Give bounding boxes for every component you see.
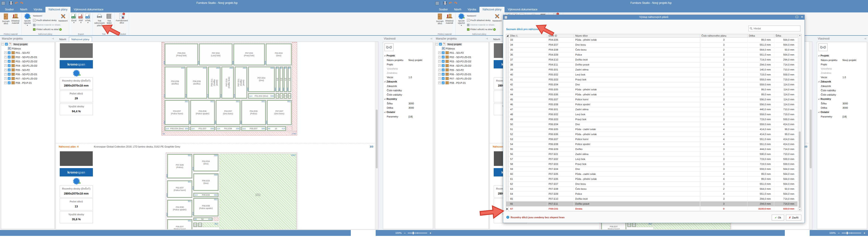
table-row[interactable]: 34P04.E07Dno boxu3551,0 mm564,0 mm [506, 42, 801, 48]
checkbox-checked-icon[interactable]: ✓ [439, 43, 442, 45]
chevron-down-icon[interactable]: ▼ [460, 25, 462, 26]
property-row[interactable]: Popis [817, 62, 867, 66]
scrollbar-thumb[interactable] [376, 110, 378, 168]
tab-vykresova-dokumentace[interactable]: Výkresová dokumentace [504, 7, 540, 12]
property-row[interactable]: Vytvořeno [817, 66, 867, 71]
expand-icon[interactable]: + [438, 64, 441, 67]
checkbox-checked-icon[interactable]: ✓ [467, 19, 470, 22]
property-row[interactable]: Změněno [817, 71, 867, 75]
skladovy-material-button[interactable]: Skladový materiál [445, 13, 454, 25]
property-row[interactable]: Název projektuNový projekt [383, 58, 433, 62]
column-header[interactable]: Dílec č. [509, 34, 547, 37]
zoom-in-button[interactable]: + [864, 231, 865, 235]
column-header[interactable]: Název dílce [574, 34, 700, 37]
expand-icon[interactable]: + [438, 69, 441, 71]
property-group[interactable]: Projekt [383, 53, 433, 58]
tree-item[interactable]: +✓P05 - SO-P2 [435, 68, 489, 72]
property-row[interactable]: Číslo zakázky [817, 92, 867, 97]
pin-icon[interactable]: ⊣ [52, 37, 54, 40]
expand-icon[interactable]: + [4, 73, 7, 75]
doc-tab-narezove-plany[interactable]: Nářezové plány [69, 37, 92, 41]
zavrit-button[interactable]: ✗Zavřít [786, 215, 801, 220]
expand-icon[interactable]: + [438, 82, 441, 84]
collapse-icon[interactable]: − [2, 43, 4, 45]
tab-vykresova-dokumentace[interactable]: Výkresová dokumentace [70, 7, 106, 12]
export-excel-button[interactable]: XXLS Excel▼ [70, 13, 78, 24]
table-row[interactable]: 49P06.E03Pravý bok3719,0 mm559,0 mm [506, 117, 801, 122]
table-row[interactable]: 38P04.E11Dvířko pravé3294,0 mm714,0 mm [506, 62, 801, 67]
tab-vyroba[interactable]: Výroba [31, 7, 45, 12]
table-row[interactable]: 42P05.E04Dno3559,0 mm114,0 mm [506, 82, 801, 87]
table-row[interactable]: 40P05.E02Levý bok2719,0 mm559,0 mm [506, 72, 801, 77]
nastaveni-menu-item[interactable]: Nastavení [33, 13, 57, 18]
tree-item[interactable]: +✓P08 - PD-P-01 [1, 81, 55, 85]
ok-button[interactable]: ✓Ok [772, 215, 784, 220]
dialog-titlebar[interactable]: Výstup nářezových plánů ✕ [503, 15, 804, 20]
zoom-slider[interactable] [842, 233, 861, 233]
property-group[interactable]: Ostatní [817, 110, 867, 114]
table-row[interactable]: 55P06.E09Dvířko3444,0 mm714,0 mm [506, 147, 801, 152]
expand-icon[interactable]: + [438, 77, 441, 80]
doc-tab-navrh[interactable]: Návrh [57, 37, 68, 41]
checkbox-checked-icon[interactable]: ✓ [8, 60, 11, 63]
tab-narezove-plany[interactable]: Nářezové plány [479, 7, 504, 12]
scrollbar-thumb[interactable] [799, 131, 801, 208]
property-group[interactable]: Rozměry [383, 97, 433, 101]
column-header[interactable]: Délka [747, 34, 774, 37]
expand-icon[interactable]: + [4, 60, 7, 63]
tab-navrh[interactable]: Návrh [451, 7, 465, 12]
table-row[interactable]: 54P06.E08Police spodní4551,0 mm414,0 mm [506, 142, 801, 147]
table-row[interactable]: 43P05.E05Půda - přední svlak399,0 mm114,… [506, 87, 801, 92]
tree-item[interactable]: +✓P03 - SD-P2-Z0-D2 [1, 59, 55, 63]
export-pdf-button[interactable]: APDF PDF▼ [78, 13, 84, 24]
table-row[interactable]: 56P07.E01Zadní stěna1590,0 mm710,0 mm [506, 152, 801, 157]
table-scrollbar[interactable]: ▲ ▼ [798, 34, 801, 211]
table-row[interactable]: 65P07.E10Dvířko levé3294,0 mm714,0 mm [506, 196, 801, 202]
table-row[interactable]: 61P07.E06Půda - přední svlak499,0 mm564,… [506, 177, 801, 182]
zoom-slider-thumb[interactable] [413, 232, 414, 234]
property-group[interactable]: Zákazník [383, 79, 433, 84]
tree-item[interactable]: +✓P03 - SD-P2-Z0-D2 [435, 59, 489, 63]
canvas-scrollbar[interactable] [375, 42, 378, 229]
tree-item[interactable]: ✓Půdorys [1, 46, 55, 51]
property-row[interactable]: Číslo nabídky [383, 88, 433, 92]
expand-icon[interactable]: + [438, 52, 441, 54]
zoom-out-button[interactable]: − [404, 231, 406, 235]
property-row[interactable]: Zákazník [383, 84, 433, 88]
close-icon[interactable]: ✕ [801, 16, 803, 18]
spustit-vypocet-button[interactable]: Spustit výpočet ▼ [457, 13, 466, 32]
maximize-icon[interactable] [796, 16, 798, 18]
table-row[interactable]: 67P08.E01Deska03100,0 mm600,0 mm [506, 207, 801, 211]
table-row[interactable]: 51P06.E05Půda - zadní svlak4414,0 mm99,0… [506, 127, 801, 132]
checkbox-checked-icon[interactable]: ✓ [442, 64, 445, 67]
property-group[interactable]: Projekt [817, 53, 867, 58]
tab-vyroba[interactable]: Výroba [465, 7, 479, 12]
table-row[interactable]: 59P07.E04Dno3559,0 mm564,0 mm [506, 167, 801, 172]
zoom-out-button[interactable]: − [838, 231, 840, 235]
view-glasses-button[interactable] [384, 43, 394, 51]
pridani-odrezku-button[interactable]: Přidání odřezků na sklad5 [467, 27, 491, 32]
expand-icon[interactable]: + [438, 56, 441, 58]
tree-item[interactable]: +✓P04 - SD-P1-Z0-D2 [435, 63, 489, 68]
table-row[interactable]: 58P07.E03Pravý bok3719,0 mm559,0 mm [506, 162, 801, 167]
zoom-in-button[interactable]: + [430, 231, 431, 235]
tree-item[interactable]: +✓P06 - SD-P2-Z0-D1 [435, 72, 489, 77]
pin-icon[interactable]: ⊣ [486, 37, 488, 40]
table-row[interactable]: 50P06.E04Dno4559,0 mm414,0 mm [506, 122, 801, 127]
expand-icon[interactable]: + [4, 52, 7, 54]
property-row[interactable]: Vytvořeno [383, 66, 433, 71]
tree-item[interactable]: +✓P08 - PD-P-01 [435, 81, 489, 85]
tree-item[interactable]: +✓P06 - SD-P2-Z0-D1 [1, 72, 55, 77]
nastaveni-menu-item[interactable]: Nastavení [467, 13, 491, 18]
export-html-button[interactable]: eHTM HTML▼ [84, 13, 92, 24]
table-row[interactable]: 39P05.E01Zadní stěna1140,0 mm710,0 mm [506, 67, 801, 72]
scroll-down-icon[interactable]: ▼ [798, 209, 801, 211]
column-header[interactable]: Číslo nářezového plánu [700, 34, 747, 37]
search-box[interactable] [748, 26, 800, 31]
view-glasses-button[interactable] [818, 43, 828, 51]
chevron-down-icon[interactable]: ▼ [26, 25, 28, 26]
property-row[interactable]: Šířka3000 [383, 101, 433, 105]
checkbox-checked-icon[interactable]: ✓ [442, 68, 445, 71]
collapse-icon[interactable]: − [436, 43, 438, 45]
tree-item[interactable]: +✓P02 - SD-P2-Z0-D1 [1, 55, 55, 59]
